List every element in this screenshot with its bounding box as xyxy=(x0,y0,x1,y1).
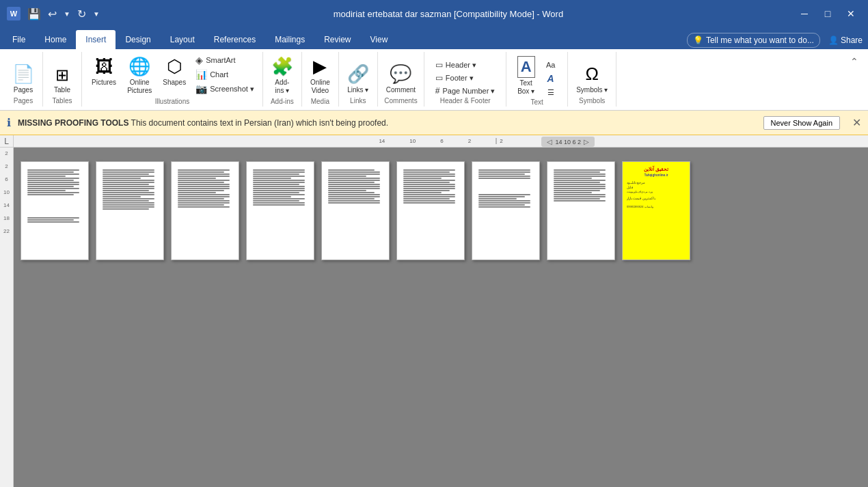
ribbon-group-addins: 🧩 Add- ins ▾ Add-ins xyxy=(263,52,302,107)
pictures-label: Pictures xyxy=(92,79,116,87)
online-pictures-label: Online Pictures xyxy=(127,79,152,95)
comment-button[interactable]: 💬 Comment xyxy=(382,61,420,97)
ribbon-group-header-footer: ▭ Header ▾ ▭ Footer ▾ # Page Number ▾ He… xyxy=(424,52,506,107)
symbols-button[interactable]: Ω Symbols ▾ xyxy=(572,61,612,97)
tell-me-text: Tell me what you want to do... xyxy=(706,36,814,45)
nav-prev-arrow[interactable]: ◁ xyxy=(547,138,552,145)
shapes-button[interactable]: ⬡ Shapes xyxy=(159,53,190,89)
table-button[interactable]: ⊞ Table xyxy=(47,63,77,97)
smartart-button[interactable]: ◈ SmartArt xyxy=(193,53,257,67)
tab-file[interactable]: File xyxy=(3,30,35,49)
tab-home[interactable]: Home xyxy=(35,30,76,49)
tab-view[interactable]: View xyxy=(361,30,398,49)
tab-review[interactable]: Review xyxy=(314,30,360,49)
links-button[interactable]: 🔗 Links ▾ xyxy=(343,61,373,97)
online-pictures-button[interactable]: 🌐 Online Pictures xyxy=(123,53,156,98)
tab-insert[interactable]: Insert xyxy=(76,30,116,49)
page-thumbnail-9[interactable]: تحقیق آنلاین Tahqighonline.ir مرجع دانلـ… xyxy=(622,161,690,260)
tell-me-input[interactable]: 💡 Tell me what you want to do... xyxy=(687,33,820,48)
ruler-numbers: 14 10 6 2 2 xyxy=(379,138,502,144)
close-button[interactable]: ✕ xyxy=(841,4,861,23)
footer-button[interactable]: ▭ Footer ▾ xyxy=(433,72,498,84)
wordart-button[interactable]: A xyxy=(541,72,561,85)
page-thumbnail-5[interactable] xyxy=(321,161,390,260)
never-show-again-button[interactable]: Never Show Again xyxy=(763,116,841,130)
screenshot-label: Screenshot ▾ xyxy=(210,85,254,94)
page-thumbnail-3[interactable] xyxy=(171,161,239,260)
minimize-button[interactable]: ─ xyxy=(794,4,815,23)
links-icon: 🔗 xyxy=(347,64,369,85)
header-footer-items: ▭ Header ▾ ▭ Footer ▾ # Page Number ▾ xyxy=(433,52,498,97)
smartart-label: SmartArt xyxy=(206,56,235,64)
colored-page-subtitle-3: فایل xyxy=(627,185,686,190)
addins-icon: 🧩 xyxy=(271,56,293,77)
undo-button[interactable]: ↩ xyxy=(45,6,59,22)
omega-icon: Ω xyxy=(585,64,598,85)
pages-items: 📄 Pages xyxy=(8,52,38,97)
colored-page-subtitle-6: واتساپ 09981366624 xyxy=(627,205,686,209)
text-items: A Text Box ▾ Aa A ☰ xyxy=(513,52,561,98)
symbols-items: Ω Symbols ▾ xyxy=(572,52,612,97)
customize-quick-access[interactable]: ▼ xyxy=(90,9,103,19)
notification-text: MISSING PROOFING TOOLS This document con… xyxy=(18,118,757,128)
redo-button[interactable]: ↻ xyxy=(74,6,89,22)
screenshot-button[interactable]: 📷 Screenshot ▾ xyxy=(193,82,257,96)
textbox-button[interactable]: A Text Box ▾ xyxy=(513,53,539,98)
ribbon-group-tables: ⊞ Table Tables xyxy=(43,52,82,107)
tables-group-label: Tables xyxy=(47,97,77,107)
ribbon-group-symbols: Ω Symbols ▾ Symbols xyxy=(568,52,616,107)
tables-items: ⊞ Table xyxy=(47,52,77,97)
media-group-label: Media xyxy=(306,98,334,107)
page-thumbnail-2[interactable] xyxy=(96,161,164,260)
page-thumbnail-1[interactable] xyxy=(21,161,89,260)
header-button[interactable]: ▭ Header ▾ xyxy=(433,59,498,71)
shapes-icon: ⬡ xyxy=(167,56,182,77)
collapse-ribbon-button[interactable]: ⌃ xyxy=(847,55,861,68)
tab-mailings[interactable]: Mailings xyxy=(265,30,314,49)
header-label: Header ▾ xyxy=(446,61,476,70)
page-number-button[interactable]: # Page Number ▾ xyxy=(433,85,498,97)
comments-group-label: Comments xyxy=(382,97,420,107)
pages-container: تحقیق آنلاین Tahqighonline.ir مرجع دانلـ… xyxy=(14,148,868,487)
tab-references[interactable]: References xyxy=(204,30,265,49)
dropcap-button[interactable]: ☰ xyxy=(541,87,561,98)
nav-next-arrow[interactable]: ▷ xyxy=(584,138,589,145)
footer-label: Footer ▾ xyxy=(446,74,474,83)
page-thumbnail-6[interactable] xyxy=(396,161,465,260)
share-button[interactable]: 👤 Share xyxy=(823,34,868,46)
notification-close-button[interactable]: ✕ xyxy=(852,116,861,129)
info-icon: ℹ xyxy=(7,116,11,129)
notification-bold-text: MISSING PROOFING TOOLS xyxy=(18,118,128,128)
chart-button[interactable]: 📊 Chart xyxy=(193,68,257,81)
notification-bar: ℹ MISSING PROOFING TOOLS This document c… xyxy=(0,111,868,135)
maximize-button[interactable]: □ xyxy=(817,4,838,23)
ruler-corner[interactable]: L xyxy=(0,135,14,148)
tab-design[interactable]: Design xyxy=(116,30,160,49)
online-video-button[interactable]: ▶ Online Video xyxy=(306,53,334,98)
colored-page-title: تحقیق آنلاین xyxy=(627,166,686,173)
tab-layout[interactable]: Layout xyxy=(161,30,204,49)
undo-dropdown[interactable]: ▼ xyxy=(61,9,73,19)
textbox-icon: A xyxy=(517,56,535,78)
smartart-icon: ◈ xyxy=(195,55,203,66)
addins-group-label: Add-ins xyxy=(267,98,297,107)
pictures-button[interactable]: 🖼 Pictures xyxy=(87,53,120,89)
header-footer-group-label: Header & Footer xyxy=(429,97,502,107)
comments-items: 💬 Comment xyxy=(382,52,420,97)
quick-parts-button[interactable]: Aa xyxy=(541,59,561,70)
links-label: Links ▾ xyxy=(347,86,368,94)
save-button[interactable]: 💾 xyxy=(25,6,44,22)
addins-button[interactable]: 🧩 Add- ins ▾ xyxy=(267,53,297,98)
ribbon-group-text: A Text Box ▾ Aa A ☰ Text xyxy=(506,52,568,107)
lightbulb-icon: 💡 xyxy=(693,36,703,45)
online-pictures-icon: 🌐 xyxy=(128,56,150,77)
comment-label: Comment xyxy=(386,86,416,94)
title-bar-left: W 💾 ↩ ▼ ↻ ▼ xyxy=(7,6,103,22)
page-thumbnail-4[interactable] xyxy=(246,161,314,260)
pages-button[interactable]: 📄 Pages xyxy=(8,61,38,97)
online-video-icon: ▶ xyxy=(313,56,327,77)
page-thumbnail-7[interactable] xyxy=(472,161,540,260)
page-thumbnail-8[interactable] xyxy=(547,161,615,260)
nav-numbers: 14 10 6 2 xyxy=(555,139,581,145)
ribbon-group-media: ▶ Online Video Media xyxy=(302,52,339,107)
